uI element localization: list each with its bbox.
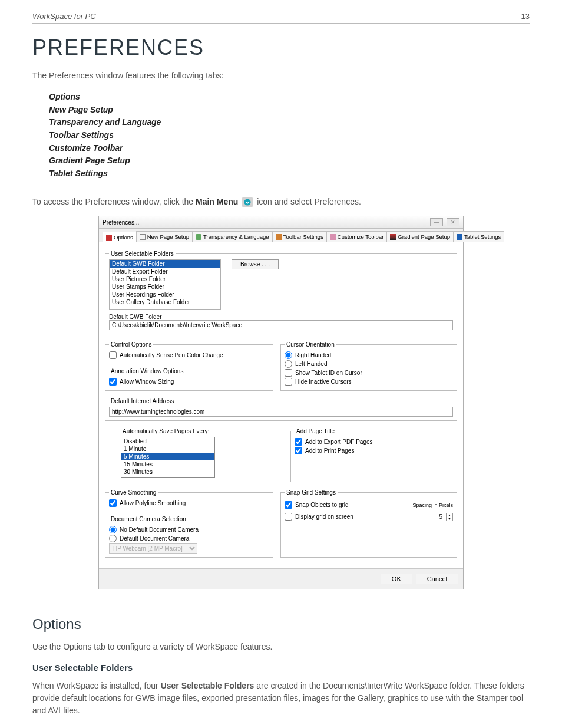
- cursor-orientation-group: Cursor Orientation Right Handed Left Han…: [280, 341, 457, 391]
- tab-item: Gradient Page Setup: [49, 154, 530, 167]
- left-handed-radio[interactable]: Left Handed: [285, 360, 453, 368]
- options-heading: Options: [32, 616, 530, 633]
- tab-options[interactable]: Options: [103, 232, 137, 242]
- tab-transparency-language[interactable]: Transparency & Language: [192, 231, 273, 242]
- usf-legend: User Selectable Folders: [109, 251, 176, 257]
- tab-toolbar-settings[interactable]: Toolbar Settings: [272, 231, 327, 242]
- snap-grid-group: Snap Grid Settings Snap Objects to grid …: [280, 489, 457, 558]
- path-label: Default GWB Folder: [109, 314, 453, 320]
- user-selectable-folders-group: User Selectable Folders Default GWB Fold…: [105, 251, 457, 334]
- list-item[interactable]: 15 Minutes: [121, 460, 214, 468]
- curve-legend: Curve Smoothing: [109, 489, 158, 496]
- control-options-legend: Control Options: [109, 341, 153, 348]
- add-page-title-legend: Add Page Title: [295, 428, 336, 434]
- tab-gradient-page-setup[interactable]: Gradient Page Setup: [386, 231, 454, 242]
- folders-listbox[interactable]: Default GWB Folder Default Export Folder…: [109, 259, 221, 310]
- tab-item: Tablet Settings: [49, 167, 530, 180]
- spacing-label: Spacing in Pixels: [412, 502, 453, 508]
- autosave-listbox[interactable]: Disabled 1 Minute 5 Minutes 15 Minutes 3…: [121, 437, 215, 478]
- tab-item: New Page Setup: [49, 104, 530, 117]
- path-input[interactable]: [109, 320, 453, 330]
- window-title: Preferences...: [103, 219, 139, 226]
- tabs-row: Options New Page Setup Transparency & La…: [99, 229, 463, 242]
- doc-camera-legend: Document Camera Selection: [109, 516, 188, 522]
- doc-camera-group: Document Camera Selection No Default Doc…: [105, 516, 273, 558]
- display-grid-checkbox[interactable]: Display grid on screen: [285, 513, 353, 521]
- default-internet-group: Default Internet Address: [105, 398, 457, 421]
- list-item[interactable]: User Gallery Database Folder: [110, 298, 220, 306]
- allow-window-sizing-checkbox[interactable]: Allow Window Sizing: [109, 378, 269, 386]
- tab-tablet-settings[interactable]: Tablet Settings: [453, 231, 504, 242]
- list-item[interactable]: Default GWB Folder: [110, 260, 220, 268]
- control-options-group: Control Options Automatically Sense Pen …: [105, 341, 273, 364]
- autosave-group: Automatically Save Pages Every: Disabled…: [117, 428, 283, 482]
- tab-item: Customize Toolbar: [49, 142, 530, 155]
- header-product: WorkSpace for PC: [32, 12, 96, 21]
- spinner-down-icon[interactable]: ▼: [446, 517, 452, 521]
- snap-grid-legend: Snap Grid Settings: [285, 489, 338, 496]
- svg-point-0: [244, 199, 251, 206]
- curve-smoothing-group: Curve Smoothing Allow Polyline Smoothing: [105, 489, 273, 512]
- access-instruction: To access the Preferences window, click …: [32, 197, 530, 207]
- tab-customize-toolbar[interactable]: Customize Toolbar: [326, 231, 388, 242]
- list-item[interactable]: Default Export Folder: [110, 268, 220, 275]
- intro-text: The Preferences window features the foll…: [32, 71, 530, 80]
- autosave-legend: Automatically Save Pages Every:: [121, 428, 211, 434]
- no-default-camera-radio[interactable]: No Default Document Camera: [109, 526, 269, 533]
- list-item[interactable]: 30 Minutes: [121, 468, 214, 476]
- list-item[interactable]: User Stamps Folder: [110, 283, 220, 291]
- preferences-window: Preferences... –– ✕ Options New Page Set…: [98, 216, 464, 589]
- allow-polyline-checkbox[interactable]: Allow Polyline Smoothing: [109, 499, 269, 507]
- tab-item: Transparency and Language: [49, 116, 530, 129]
- tabs-list: Options New Page Setup Transparency and …: [49, 91, 530, 180]
- default-camera-radio[interactable]: Default Document Camera: [109, 535, 269, 542]
- tab-item: Toolbar Settings: [49, 129, 530, 142]
- show-tablet-id-checkbox[interactable]: Show Tablet ID on Cursor: [285, 369, 453, 377]
- access-post: icon and select Preferences.: [257, 197, 361, 206]
- add-page-title-group: Add Page Title Add to Export PDF Pages A…: [290, 428, 457, 482]
- minimize-icon[interactable]: ––: [430, 218, 443, 226]
- camera-select[interactable]: HP Webcam [2 MP Macro]: [109, 543, 197, 554]
- list-item[interactable]: Disabled: [121, 437, 214, 445]
- tab-new-page-setup[interactable]: New Page Setup: [136, 231, 193, 242]
- annotation-window-group: Annotation Window Options Allow Window S…: [105, 368, 273, 391]
- internet-legend: Default Internet Address: [109, 398, 176, 404]
- browse-button[interactable]: Browse . . .: [232, 259, 279, 269]
- cursor-legend: Cursor Orientation: [285, 341, 336, 348]
- options-intro: Use the Options tab to configure a varie…: [32, 641, 530, 653]
- list-item[interactable]: User Recordings Folder: [110, 291, 220, 298]
- close-icon[interactable]: ✕: [447, 218, 459, 226]
- snap-objects-checkbox[interactable]: Snap Objects to grid: [285, 501, 349, 509]
- page-number: 13: [521, 12, 530, 21]
- cancel-button[interactable]: Cancel: [416, 574, 458, 584]
- list-item[interactable]: User Pictures Folder: [110, 275, 220, 283]
- internet-address-input[interactable]: [109, 407, 453, 417]
- add-export-pdf-checkbox[interactable]: Add to Export PDF Pages: [295, 438, 453, 446]
- main-menu-icon: [242, 197, 253, 207]
- auto-sense-checkbox[interactable]: Automatically Sense Pen Color Change: [109, 351, 269, 359]
- annotation-legend: Annotation Window Options: [109, 368, 185, 374]
- ok-button[interactable]: OK: [381, 574, 412, 584]
- tab-item: Options: [49, 91, 530, 104]
- usf-heading: User Selectable Folders: [32, 663, 530, 673]
- spacing-spinner[interactable]: 5 ▲▼: [435, 513, 453, 521]
- hide-inactive-cursors-checkbox[interactable]: Hide Inactive Cursors: [285, 378, 453, 386]
- add-print-pages-checkbox[interactable]: Add to Print Pages: [295, 447, 453, 454]
- main-menu-label: Main Menu: [196, 197, 238, 206]
- list-item[interactable]: 5 Minutes: [121, 453, 214, 460]
- usf-paragraph: When WorkSpace is installed, four User S…: [32, 680, 530, 717]
- access-pre: To access the Preferences window, click …: [32, 197, 196, 206]
- page-title: PREFERENCES: [32, 35, 530, 60]
- right-handed-radio[interactable]: Right Handed: [285, 351, 453, 359]
- list-item[interactable]: 1 Minute: [121, 445, 214, 453]
